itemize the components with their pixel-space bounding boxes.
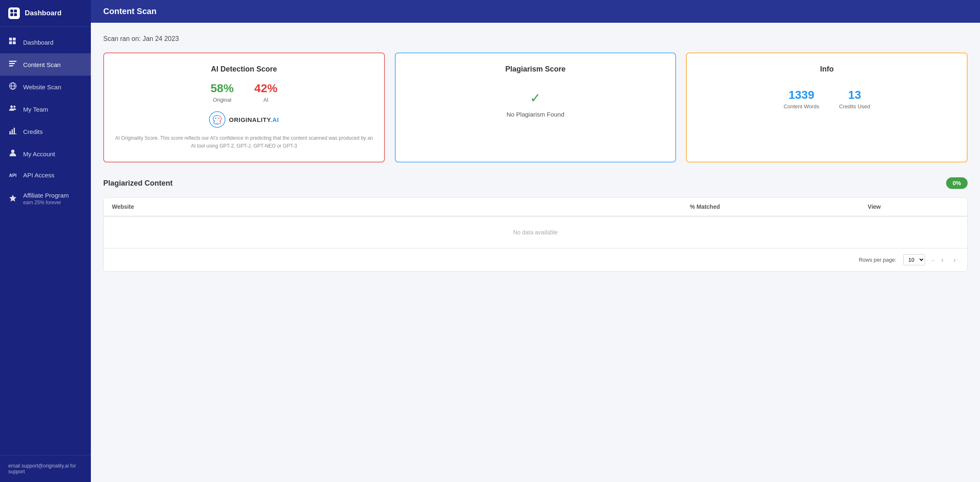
ai-value: 42% [254,82,278,95]
sidebar-item-api-access[interactable]: API API Access [0,165,91,185]
original-score: 58% Original [211,82,234,103]
sidebar: Dashboard Dashboard Content Scan Website… [0,0,91,482]
svg-rect-1 [14,10,17,12]
page-title: Content Scan [103,7,157,16]
next-page-button[interactable]: › [950,255,959,265]
svg-point-15 [14,106,16,108]
plagiarized-badge: 0% [946,177,968,189]
ai-detection-card: AI Detection Score 58% Original 42% AI [103,52,385,162]
info-card: Info 1339 Content Words 13 Credits Used [686,52,968,162]
globe-icon [8,82,17,91]
svg-rect-5 [13,38,16,41]
words-info: 1339 Content Words [783,88,819,110]
table-footer: Rows per page: 10 25 50 – ‹ › [104,248,967,271]
svg-point-25 [218,118,220,119]
person-icon [8,149,17,158]
svg-marker-21 [9,195,17,202]
svg-rect-0 [10,10,13,12]
brand-name: ORIGINALITY.AI [229,116,279,123]
api-icon: API [8,173,17,178]
logo-icon [8,7,20,19]
rows-select[interactable]: 10 25 50 [903,254,925,265]
credits-label: Credits Used [839,103,870,110]
plag-content: ✓ No Plagiarism Found [406,82,666,126]
sidebar-item-my-account[interactable]: My Account [0,143,91,165]
ai-description: AI Originality Score. This score reflect… [114,134,374,150]
plagiarized-section-header: Plagiarized Content 0% [103,177,968,189]
sidebar-label-website-scan: Website Scan [23,84,61,91]
page-range: – [932,257,935,263]
sidebar-item-website-scan[interactable]: Website Scan [0,76,91,98]
svg-rect-3 [14,13,17,16]
sidebar-item-my-team[interactable]: My Team [0,98,91,120]
sidebar-item-dashboard[interactable]: Dashboard [0,31,91,53]
plag-status: No Plagiarism Found [506,111,564,118]
sidebar-label-credits: Credits [23,128,43,135]
col-view: View [790,203,959,210]
empty-text: No data available [513,229,558,236]
content-area: Scan ran on: Jan 24 2023 AI Detection Sc… [91,23,980,482]
svg-rect-2 [10,13,13,16]
chart-icon [8,127,17,136]
topbar: Content Scan [91,0,980,23]
check-icon: ✓ [530,90,541,106]
brand-logo: ORIGINALITY.AI [114,111,374,128]
main-area: Content Scan Scan ran on: Jan 24 2023 AI… [91,0,980,482]
people-icon [8,105,17,114]
plagiarized-table: Website % Matched View No data available… [103,197,968,272]
ai-label: AI [254,97,278,103]
credits-info: 13 Credits Used [839,88,870,110]
sidebar-item-content-scan[interactable]: Content Scan [0,53,91,76]
col-website: Website [112,203,620,210]
words-value: 1339 [783,88,819,102]
star-icon [8,194,17,203]
sidebar-logo-label: Dashboard [25,9,62,17]
svg-rect-10 [9,65,13,67]
sidebar-label-my-team: My Team [23,106,48,113]
ai-scores: 58% Original 42% AI [114,82,374,103]
grid-icon [8,38,17,47]
lines-icon [8,60,17,69]
svg-rect-17 [12,129,13,134]
sidebar-item-credits[interactable]: Credits [0,120,91,143]
plagiarism-card: Plagiarism Score ✓ No Plagiarism Found [395,52,676,162]
footer-text: email support@originality.ai for support [8,463,76,475]
sidebar-sub-affiliate: earn 25% forever [23,200,69,205]
info-card-title: Info [697,65,957,74]
sidebar-nav: Dashboard Content Scan Website Scan My T… [0,27,91,455]
sidebar-footer: email support@originality.ai for support [0,455,91,482]
svg-rect-18 [14,128,15,134]
page-nav: – ‹ › [932,255,959,265]
original-label: Original [211,97,234,103]
sidebar-logo[interactable]: Dashboard [0,0,91,27]
svg-rect-4 [9,38,12,41]
svg-point-14 [10,105,13,108]
sidebar-label-api-access: API Access [23,172,55,179]
sidebar-label-content-scan: Content Scan [23,61,61,68]
sidebar-label-my-account: My Account [23,150,55,157]
svg-rect-6 [9,41,12,44]
words-label: Content Words [783,103,819,110]
plagiarized-title: Plagiarized Content [103,179,173,188]
svg-rect-9 [9,63,15,64]
scan-date: Scan ran on: Jan 24 2023 [103,35,968,43]
ai-card-title: AI Detection Score [114,65,374,74]
svg-rect-7 [13,41,16,44]
rows-per-page-label: Rows per page: [859,257,896,263]
table-header: Website % Matched View [104,198,967,217]
table-empty: No data available [104,217,967,248]
ai-score: 42% AI [254,82,278,103]
plag-card-title: Plagiarism Score [406,65,666,74]
cards-row: AI Detection Score 58% Original 42% AI [103,52,968,162]
svg-point-24 [215,118,216,119]
sidebar-item-affiliate[interactable]: Affiliate Program earn 25% forever [0,185,91,212]
credits-value: 13 [839,88,870,102]
brain-icon [209,111,225,128]
col-matched: % Matched [620,203,790,210]
svg-rect-8 [9,61,17,62]
info-content: 1339 Content Words 13 Credits Used [697,82,957,116]
sidebar-label-affiliate: Affiliate Program [23,192,69,199]
svg-point-20 [11,150,14,153]
prev-page-button[interactable]: ‹ [938,255,947,265]
svg-rect-16 [9,131,11,134]
